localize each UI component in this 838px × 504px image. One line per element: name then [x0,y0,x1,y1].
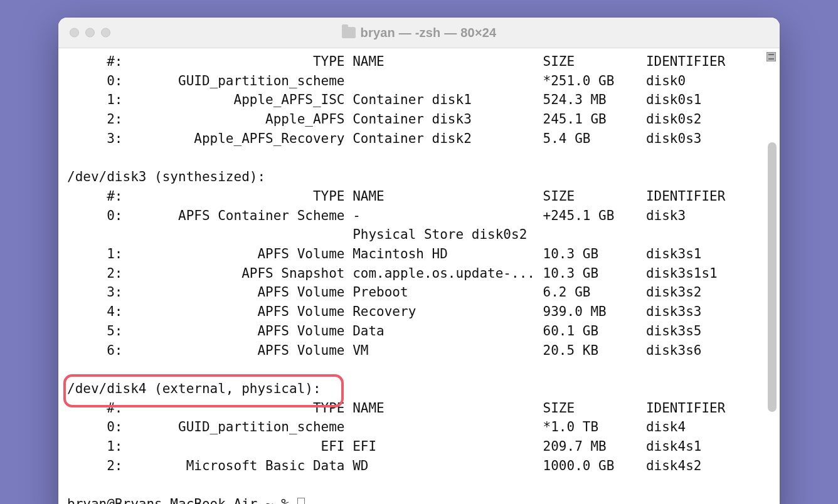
window-title: bryan — -zsh — 80×24 [58,26,780,40]
window-title-text: bryan — -zsh — 80×24 [361,26,497,40]
text-cursor [297,498,305,504]
folder-icon [342,27,356,38]
zoom-button[interactable] [101,28,110,38]
minimize-button[interactable] [85,28,95,38]
scroll-indicator-icon [766,52,776,61]
terminal-window: bryan — -zsh — 80×24 #: TYPE NAME SIZE I… [58,18,780,504]
terminal-content-area[interactable]: #: TYPE NAME SIZE IDENTIFIER 0: GUID_par… [58,48,780,504]
close-button[interactable] [70,28,79,38]
scrollbar-track[interactable] [766,67,778,504]
titlebar[interactable]: bryan — -zsh — 80×24 [58,18,780,48]
scrollbar-thumb[interactable] [768,142,777,412]
window-controls [70,28,110,38]
terminal-output[interactable]: #: TYPE NAME SIZE IDENTIFIER 0: GUID_par… [67,52,780,504]
